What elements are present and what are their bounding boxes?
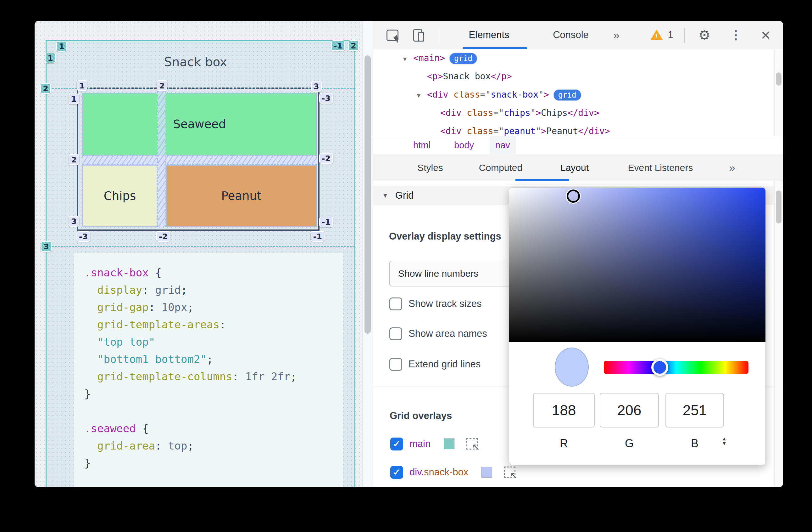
code-token: > bbox=[544, 89, 549, 100]
code-token: 10px bbox=[162, 301, 187, 313]
code-token: ; bbox=[187, 439, 194, 452]
device-toolbar-icon[interactable] bbox=[413, 29, 422, 42]
tab-layout[interactable]: Layout bbox=[561, 154, 589, 181]
checkbox-checked[interactable]: ✓ bbox=[390, 466, 403, 479]
code-token: { bbox=[136, 422, 149, 435]
color-picker-popup: 188 206 251 R G B ▲▼ bbox=[509, 187, 766, 465]
code-token bbox=[461, 126, 467, 136]
kebab-menu-icon[interactable]: ⋮ bbox=[726, 21, 745, 49]
layout-scrollbar-thumb[interactable] bbox=[776, 191, 782, 224]
css-code-line: "bottom1 bottom2"; bbox=[84, 351, 343, 368]
elements-tree[interactable]: ▼<main>grid<p>Snack box</p>▼<div class="… bbox=[373, 49, 774, 136]
tab-elements[interactable]: Elements bbox=[458, 21, 521, 49]
tab-computed[interactable]: Computed bbox=[479, 154, 522, 181]
grid-row-gap-overlay bbox=[83, 155, 317, 165]
code-token: Peanut bbox=[546, 126, 578, 136]
tab-styles[interactable]: Styles bbox=[417, 154, 443, 181]
grid-line-badge: 2 bbox=[69, 154, 79, 165]
code-token bbox=[84, 353, 97, 365]
code-token: grid-template-areas bbox=[97, 318, 219, 331]
css-code-line: display: grid; bbox=[84, 281, 343, 299]
tab-console[interactable]: Console bbox=[539, 21, 602, 49]
red-value-input[interactable]: 188 bbox=[533, 393, 595, 428]
checkbox-label: Show track sizes bbox=[408, 298, 482, 309]
elements-scrollbar[interactable] bbox=[774, 49, 783, 136]
css-code-line: } bbox=[84, 385, 343, 403]
code-token: : bbox=[149, 301, 162, 313]
overlay-element-label: div.snack-box bbox=[409, 466, 468, 478]
code-token: : bbox=[219, 318, 226, 331]
code-token: <div bbox=[440, 108, 461, 118]
hue-slider-knob[interactable] bbox=[651, 359, 668, 376]
show-overlay-icon[interactable]: ↖ bbox=[504, 466, 516, 478]
inspect-element-icon[interactable] bbox=[387, 30, 398, 41]
elements-scrollbar-thumb[interactable] bbox=[776, 72, 782, 86]
code-token: =" bbox=[480, 89, 491, 100]
show-overlay-icon[interactable]: ↖ bbox=[466, 438, 478, 449]
checkbox-unchecked[interactable] bbox=[389, 327, 402, 340]
grid-area-chips: Chips bbox=[83, 165, 157, 227]
grid-area-seaweed: Seaweed bbox=[83, 93, 317, 155]
more-tabs-icon[interactable]: » bbox=[729, 154, 735, 181]
snack-grid-bottom-line bbox=[77, 229, 320, 231]
layout-pane-scrollbar[interactable] bbox=[774, 181, 783, 487]
code-token: snack-box bbox=[491, 89, 538, 100]
blue-value-input[interactable]: 251 bbox=[665, 393, 724, 428]
active-tab-underline bbox=[516, 179, 569, 181]
breadcrumb-item-nav[interactable]: nav bbox=[490, 136, 516, 154]
checkbox-unchecked[interactable] bbox=[389, 297, 402, 310]
code-token: class bbox=[453, 89, 480, 100]
breadcrumb-item-body[interactable]: body bbox=[448, 136, 480, 154]
warning-count[interactable]: 1 bbox=[664, 21, 677, 49]
overlay-color-swatch[interactable] bbox=[444, 438, 454, 449]
code-token: class bbox=[467, 108, 493, 118]
tree-row[interactable]: ▼<div class="snack-box">grid bbox=[373, 86, 774, 104]
grid-line-badge: 2 bbox=[348, 40, 359, 51]
grid-line-badge: -3 bbox=[319, 93, 333, 103]
tree-row[interactable]: <p>Snack box</p> bbox=[373, 67, 774, 86]
expand-arrow-icon[interactable]: ▼ bbox=[416, 87, 427, 105]
grid-badge[interactable]: grid bbox=[553, 89, 581, 101]
tree-row[interactable]: <div class="chips">Chips</div> bbox=[373, 104, 774, 122]
code-token: top bbox=[168, 439, 187, 452]
expand-arrow-icon[interactable]: ▼ bbox=[402, 50, 413, 68]
close-devtools-icon[interactable]: × bbox=[756, 21, 775, 49]
code-token: > bbox=[541, 126, 546, 136]
page-scrollbar-thumb[interactable] bbox=[364, 55, 371, 334]
green-value-input[interactable]: 206 bbox=[600, 393, 659, 428]
tree-row[interactable]: <div class="peanut">Peanut</div> bbox=[373, 122, 774, 136]
grid-line-badge: 1 bbox=[69, 94, 79, 104]
code-token: class bbox=[467, 126, 493, 136]
code-token bbox=[461, 108, 467, 118]
breadcrumb-item-html[interactable]: html bbox=[408, 136, 436, 154]
page-scrollbar[interactable] bbox=[362, 21, 373, 487]
grid-line-badge: 1 bbox=[45, 53, 56, 63]
tree-row[interactable]: ▼<main>grid bbox=[373, 49, 774, 67]
overlay-color-swatch[interactable] bbox=[481, 467, 492, 478]
checkbox-row: Show track sizes bbox=[389, 297, 482, 311]
grid-overlays-label: Grid overlays bbox=[390, 410, 452, 421]
css-code-line: grid-template-columns: 1fr 2fr; bbox=[84, 368, 343, 385]
css-code-line: .seaweed { bbox=[84, 420, 343, 437]
tab-event-listeners[interactable]: Event Listeners bbox=[628, 154, 693, 181]
color-selector-ring[interactable] bbox=[567, 190, 580, 203]
color-format-switcher-icon[interactable]: ▲▼ bbox=[722, 436, 727, 446]
chevron-down-icon: ▼ bbox=[382, 192, 388, 199]
code-token bbox=[84, 370, 97, 383]
grid-line-badge: 1 bbox=[77, 80, 87, 91]
checkbox-unchecked[interactable] bbox=[389, 358, 402, 371]
saturation-brightness-gradient[interactable] bbox=[509, 187, 766, 342]
more-tabs-icon[interactable]: » bbox=[601, 21, 632, 49]
css-code-block: .snack-box { display: grid; grid-gap: 10… bbox=[74, 253, 343, 487]
grid-line-badge: -3 bbox=[76, 231, 90, 242]
warning-icon[interactable]: ! bbox=[650, 21, 663, 49]
sidebar-tabs: Styles Computed Layout Event Listeners » bbox=[373, 154, 783, 181]
grid-line-badge: 3 bbox=[41, 241, 52, 252]
code-token bbox=[84, 336, 97, 348]
grid-badge[interactable]: grid bbox=[449, 53, 477, 64]
hue-slider[interactable] bbox=[604, 361, 749, 374]
code-token: </div> bbox=[578, 126, 610, 136]
checkbox-checked[interactable]: ✓ bbox=[390, 437, 403, 450]
code-token: Chips bbox=[541, 108, 567, 118]
settings-gear-icon[interactable]: ⚙ bbox=[695, 21, 714, 49]
